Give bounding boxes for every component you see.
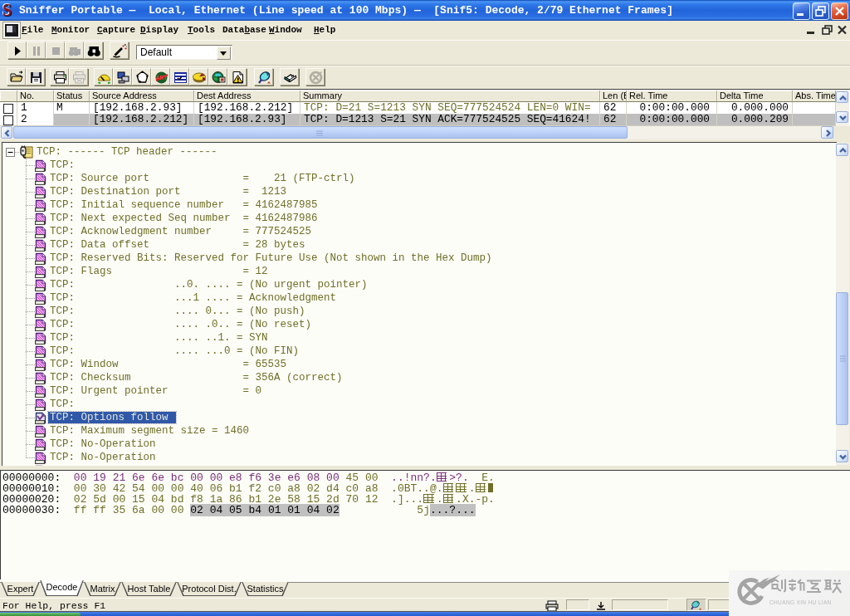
svg-text:CHUANG XIN HU LIAN: CHUANG XIN HU LIAN [769, 599, 832, 605]
svg-text:ART: ART [156, 75, 167, 81]
